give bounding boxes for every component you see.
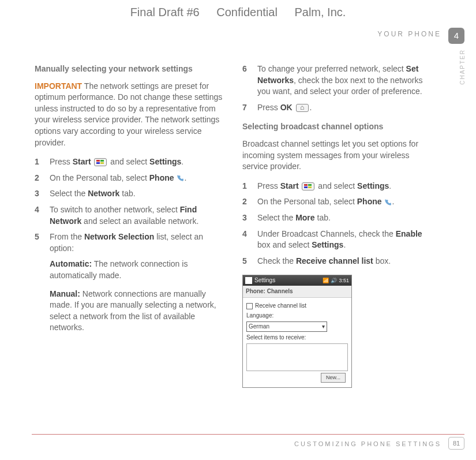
t: Press — [257, 181, 280, 190]
t: . — [389, 181, 391, 190]
heading-broadcast: Selecting broadcast channel options — [242, 121, 433, 133]
t: Settings — [357, 181, 389, 190]
language-dropdown[interactable]: German ▾ — [246, 321, 327, 332]
t: Settings — [312, 240, 343, 249]
footer-page-number: 81 — [448, 437, 464, 450]
receive-label: Receive channel list — [255, 302, 306, 310]
t: Phone — [357, 197, 382, 206]
t: Start — [73, 157, 91, 166]
ss-section-header: Phone: Channels — [243, 286, 351, 298]
phone-icon — [176, 174, 184, 182]
t: and select — [316, 181, 357, 190]
t: On the Personal tab, select — [257, 197, 357, 206]
ss-receive-row: Receive channel list — [246, 302, 348, 310]
ss-select-label-row: Select items to receive: — [246, 334, 348, 342]
t: Start — [280, 181, 299, 190]
phone-icon — [384, 199, 392, 207]
bstep-5: Check the Receive channel list box. — [242, 256, 433, 267]
chapter-number-badge: 4 — [448, 28, 464, 44]
t: Receive channel list — [296, 256, 373, 265]
t: Enable — [396, 229, 422, 238]
start-icon — [302, 182, 314, 190]
windows-logo-icon — [245, 277, 252, 284]
left-column: Manually selecting your network settings… — [35, 63, 225, 388]
t: More — [295, 213, 314, 222]
t: box and select — [257, 240, 312, 249]
language-label: Language: — [246, 312, 273, 320]
t: tab. — [119, 189, 135, 198]
chevron-down-icon: ▾ — [322, 323, 325, 331]
bstep-3: Select the More tab. — [242, 212, 433, 224]
t: tab. — [315, 213, 331, 222]
t: To switch to another network, select — [50, 205, 180, 214]
t: Manual: — [50, 289, 80, 298]
ss-title: Settings — [254, 276, 275, 285]
step-7: Press OK . — [242, 102, 433, 114]
items-listbox[interactable] — [246, 343, 348, 371]
step-4: To switch to another network, select Fin… — [35, 204, 225, 227]
t: Under Broadcast Channels, check the — [257, 229, 396, 238]
ss-time: 3:51 — [339, 277, 349, 285]
chapter-label-vertical: CHAPTER — [459, 49, 466, 85]
footer-divider — [32, 434, 464, 435]
t: . — [181, 157, 183, 166]
bstep-4: Under Broadcast Channels, check the Enab… — [242, 229, 433, 251]
t: . — [392, 197, 394, 206]
t: Phone — [149, 173, 174, 182]
signal-icon: 📶 — [323, 277, 329, 285]
right-column: To change your preferred network, select… — [242, 63, 433, 388]
t: Automatic: — [50, 259, 92, 268]
t: Press — [50, 157, 73, 166]
ss-language-label-row: Language: — [246, 312, 348, 320]
t: Select the — [50, 189, 88, 198]
volume-icon: 🔊 — [331, 277, 337, 285]
t: and select an available network. — [81, 216, 198, 226]
heading-manual-network: Manually selecting your network settings — [35, 63, 225, 75]
language-value: German — [249, 323, 269, 331]
t: box. — [373, 256, 391, 265]
ss-status-icons: 📶 🔊 3:51 — [323, 277, 349, 285]
important-label: IMPORTANT — [35, 81, 82, 91]
select-items-label: Select items to receive: — [246, 334, 306, 342]
option-automatic: Automatic: The network connection is aut… — [35, 259, 225, 281]
step-6: To change your preferred network, select… — [242, 63, 433, 98]
draft-label: Final Draft #6 — [130, 6, 200, 18]
t: . — [343, 240, 346, 249]
important-text: The network settings are preset for opti… — [35, 81, 222, 147]
t: and select — [108, 157, 149, 166]
receive-checkbox[interactable] — [246, 303, 253, 309]
confidential-label: Confidential — [216, 6, 278, 18]
step-2: On the Personal tab, select Phone . — [35, 173, 225, 184]
t: Network Selection — [84, 232, 154, 241]
step-3: Select the Network tab. — [35, 188, 225, 200]
t: Check the — [257, 256, 296, 265]
t: From the — [50, 232, 84, 241]
t: To change your preferred network, select — [257, 64, 406, 73]
section-header: YOUR PHONE — [377, 30, 441, 38]
start-icon — [94, 158, 107, 166]
new-button[interactable]: New... — [321, 373, 346, 383]
company-label: Palm, Inc. — [294, 6, 346, 18]
top-header: Final Draft #6 Confidential Palm, Inc. — [0, 6, 476, 19]
t: Settings — [149, 157, 181, 166]
t: Press — [257, 103, 280, 112]
ok-home-icon — [296, 104, 309, 112]
ss-titlebar: Settings 📶 🔊 3:51 — [243, 275, 351, 286]
footer-section: CUSTOMIZING PHONE SETTINGS — [294, 440, 441, 447]
step-5: From the Network Selection list, select … — [35, 231, 225, 254]
t: OK — [280, 103, 293, 112]
t: Network — [88, 189, 119, 198]
option-manual: Manual: Network connections are manually… — [35, 289, 225, 334]
broadcast-intro: Broadcast channel settings let you set o… — [242, 139, 433, 173]
bstep-1: Press Start and select Settings. — [242, 181, 433, 192]
important-paragraph: IMPORTANT The network settings are prese… — [35, 81, 225, 149]
t: On the Personal tab, select — [50, 173, 149, 182]
t: Select the — [257, 213, 295, 222]
step-1: Press Start and select Settings. — [35, 156, 225, 168]
t: . — [310, 103, 312, 112]
t: . — [184, 173, 186, 182]
bstep-2: On the Personal tab, select Phone . — [242, 196, 433, 208]
device-screenshot: Settings 📶 🔊 3:51 Phone: Channels Receiv… — [242, 275, 352, 388]
